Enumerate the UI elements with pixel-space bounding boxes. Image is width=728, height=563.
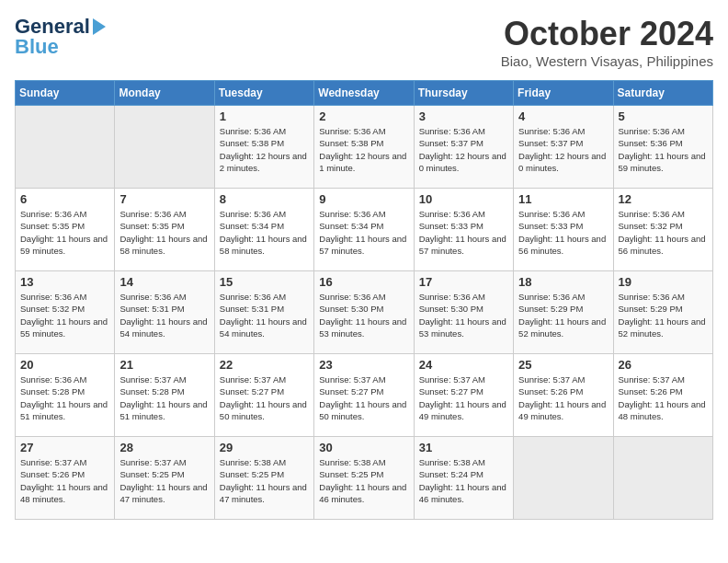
day-info: Sunrise: 5:36 AMSunset: 5:31 PMDaylight:…: [220, 291, 309, 339]
day-number: 19: [619, 275, 708, 289]
weekday-header: Thursday: [414, 81, 513, 106]
weekday-header: Wednesday: [314, 81, 414, 106]
day-number: 5: [619, 109, 708, 123]
day-info: Sunrise: 5:37 AMSunset: 5:27 PMDaylight:…: [319, 373, 408, 422]
calendar-day-cell: 7Sunrise: 5:36 AMSunset: 5:35 PMDaylight…: [115, 189, 214, 271]
calendar-day-cell: 24Sunrise: 5:37 AMSunset: 5:27 PMDayligh…: [414, 354, 513, 437]
month-title: October 2024: [501, 15, 713, 53]
calendar-day-cell: 31Sunrise: 5:38 AMSunset: 5:24 PMDayligh…: [414, 437, 513, 520]
calendar-day-cell: 13Sunrise: 5:36 AMSunset: 5:32 PMDayligh…: [16, 271, 115, 354]
day-info: Sunrise: 5:37 AMSunset: 5:28 PMDaylight:…: [119, 373, 209, 422]
day-number: 11: [518, 192, 608, 206]
day-info: Sunrise: 5:36 AMSunset: 5:33 PMDaylight:…: [518, 208, 608, 257]
day-number: 7: [119, 192, 209, 206]
calendar-day-cell: 19Sunrise: 5:36 AMSunset: 5:29 PMDayligh…: [613, 271, 712, 354]
day-number: 1: [220, 109, 309, 123]
calendar-day-cell: 16Sunrise: 5:36 AMSunset: 5:30 PMDayligh…: [314, 271, 414, 354]
day-info: Sunrise: 5:36 AMSunset: 5:30 PMDaylight:…: [319, 291, 408, 339]
calendar-day-cell: 8Sunrise: 5:36 AMSunset: 5:34 PMDaylight…: [214, 189, 313, 271]
day-info: Sunrise: 5:36 AMSunset: 5:31 PMDaylight:…: [119, 291, 209, 339]
day-number: 25: [518, 358, 608, 372]
day-info: Sunrise: 5:37 AMSunset: 5:26 PMDaylight:…: [518, 373, 608, 422]
day-number: 27: [20, 441, 109, 454]
calendar-day-cell: 10Sunrise: 5:36 AMSunset: 5:33 PMDayligh…: [414, 189, 513, 271]
weekday-header: Tuesday: [214, 81, 313, 106]
page-header: General Blue October 2024 Biao, Western …: [15, 15, 713, 69]
day-info: Sunrise: 5:36 AMSunset: 5:34 PMDaylight:…: [220, 208, 309, 257]
calendar-week-row: 1Sunrise: 5:36 AMSunset: 5:38 PMDaylight…: [16, 106, 713, 189]
day-info: Sunrise: 5:36 AMSunset: 5:38 PMDaylight:…: [319, 125, 408, 174]
calendar-day-cell: 4Sunrise: 5:36 AMSunset: 5:37 PMDaylight…: [514, 106, 613, 189]
calendar-day-cell: 20Sunrise: 5:36 AMSunset: 5:28 PMDayligh…: [16, 354, 115, 437]
calendar-day-cell: 3Sunrise: 5:36 AMSunset: 5:37 PMDaylight…: [414, 106, 513, 189]
calendar-day-cell: 28Sunrise: 5:37 AMSunset: 5:25 PMDayligh…: [115, 437, 214, 520]
day-info: Sunrise: 5:36 AMSunset: 5:34 PMDaylight:…: [319, 208, 408, 257]
calendar-day-cell: 29Sunrise: 5:38 AMSunset: 5:25 PMDayligh…: [214, 437, 313, 520]
day-info: Sunrise: 5:36 AMSunset: 5:28 PMDaylight:…: [20, 373, 109, 422]
calendar-day-cell: [115, 106, 214, 189]
calendar-week-row: 27Sunrise: 5:37 AMSunset: 5:26 PMDayligh…: [16, 437, 713, 520]
day-info: Sunrise: 5:36 AMSunset: 5:32 PMDaylight:…: [619, 208, 708, 257]
calendar-day-cell: [16, 106, 115, 189]
day-info: Sunrise: 5:36 AMSunset: 5:38 PMDaylight:…: [220, 125, 309, 174]
day-info: Sunrise: 5:36 AMSunset: 5:37 PMDaylight:…: [518, 125, 608, 174]
day-number: 23: [319, 358, 408, 372]
calendar-week-row: 13Sunrise: 5:36 AMSunset: 5:32 PMDayligh…: [16, 271, 713, 354]
day-info: Sunrise: 5:36 AMSunset: 5:36 PMDaylight:…: [619, 125, 708, 174]
day-number: 8: [220, 192, 309, 206]
day-number: 31: [419, 441, 508, 454]
calendar-day-cell: 27Sunrise: 5:37 AMSunset: 5:26 PMDayligh…: [16, 437, 115, 520]
calendar-week-row: 20Sunrise: 5:36 AMSunset: 5:28 PMDayligh…: [16, 354, 713, 437]
calendar-day-cell: 12Sunrise: 5:36 AMSunset: 5:32 PMDayligh…: [613, 189, 712, 271]
day-number: 3: [419, 109, 508, 123]
calendar-day-cell: 17Sunrise: 5:36 AMSunset: 5:30 PMDayligh…: [414, 271, 513, 354]
day-info: Sunrise: 5:37 AMSunset: 5:27 PMDaylight:…: [419, 373, 508, 422]
day-number: 17: [419, 275, 508, 289]
calendar-day-cell: 22Sunrise: 5:37 AMSunset: 5:27 PMDayligh…: [214, 354, 313, 437]
day-number: 12: [619, 192, 708, 206]
day-info: Sunrise: 5:36 AMSunset: 5:30 PMDaylight:…: [419, 291, 508, 339]
day-number: 28: [119, 441, 209, 454]
calendar-day-cell: 26Sunrise: 5:37 AMSunset: 5:26 PMDayligh…: [613, 354, 712, 437]
day-info: Sunrise: 5:37 AMSunset: 5:27 PMDaylight:…: [220, 373, 309, 422]
day-number: 4: [518, 109, 608, 123]
title-section: October 2024 Biao, Western Visayas, Phil…: [501, 15, 713, 69]
day-info: Sunrise: 5:36 AMSunset: 5:29 PMDaylight:…: [518, 291, 608, 339]
day-number: 30: [319, 441, 408, 454]
weekday-header: Monday: [115, 81, 214, 106]
day-info: Sunrise: 5:36 AMSunset: 5:29 PMDaylight:…: [619, 291, 708, 339]
weekday-header: Friday: [514, 81, 613, 106]
day-info: Sunrise: 5:36 AMSunset: 5:35 PMDaylight:…: [119, 208, 209, 257]
calendar-day-cell: 25Sunrise: 5:37 AMSunset: 5:26 PMDayligh…: [514, 354, 613, 437]
calendar-day-cell: 6Sunrise: 5:36 AMSunset: 5:35 PMDaylight…: [16, 189, 115, 271]
calendar-day-cell: 14Sunrise: 5:36 AMSunset: 5:31 PMDayligh…: [115, 271, 214, 354]
day-number: 26: [619, 358, 708, 372]
calendar-day-cell: 2Sunrise: 5:36 AMSunset: 5:38 PMDaylight…: [314, 106, 414, 189]
day-number: 22: [220, 358, 309, 372]
day-info: Sunrise: 5:38 AMSunset: 5:24 PMDaylight:…: [419, 456, 508, 505]
day-number: 16: [319, 275, 408, 289]
calendar-day-cell: 15Sunrise: 5:36 AMSunset: 5:31 PMDayligh…: [214, 271, 313, 354]
day-number: 14: [119, 275, 209, 289]
day-number: 10: [419, 192, 508, 206]
location-subtitle: Biao, Western Visayas, Philippines: [501, 53, 713, 69]
day-number: 6: [20, 192, 109, 206]
calendar-day-cell: 21Sunrise: 5:37 AMSunset: 5:28 PMDayligh…: [115, 354, 214, 437]
day-number: 24: [419, 358, 508, 372]
calendar-day-cell: 30Sunrise: 5:38 AMSunset: 5:25 PMDayligh…: [314, 437, 414, 520]
day-number: 9: [319, 192, 408, 206]
calendar-week-row: 6Sunrise: 5:36 AMSunset: 5:35 PMDaylight…: [16, 189, 713, 271]
day-info: Sunrise: 5:37 AMSunset: 5:26 PMDaylight:…: [619, 373, 708, 422]
day-number: 13: [20, 275, 109, 289]
day-info: Sunrise: 5:37 AMSunset: 5:25 PMDaylight:…: [119, 456, 209, 505]
day-info: Sunrise: 5:36 AMSunset: 5:35 PMDaylight:…: [20, 208, 109, 257]
day-number: 21: [119, 358, 209, 372]
day-number: 2: [319, 109, 408, 123]
day-info: Sunrise: 5:36 AMSunset: 5:37 PMDaylight:…: [419, 125, 508, 174]
calendar-header-row: SundayMondayTuesdayWednesdayThursdayFrid…: [16, 81, 713, 106]
calendar-day-cell: 1Sunrise: 5:36 AMSunset: 5:38 PMDaylight…: [214, 106, 313, 189]
logo: General Blue: [15, 15, 107, 59]
calendar-day-cell: [613, 437, 712, 520]
logo-blue: Blue: [15, 35, 59, 59]
day-number: 20: [20, 358, 109, 372]
